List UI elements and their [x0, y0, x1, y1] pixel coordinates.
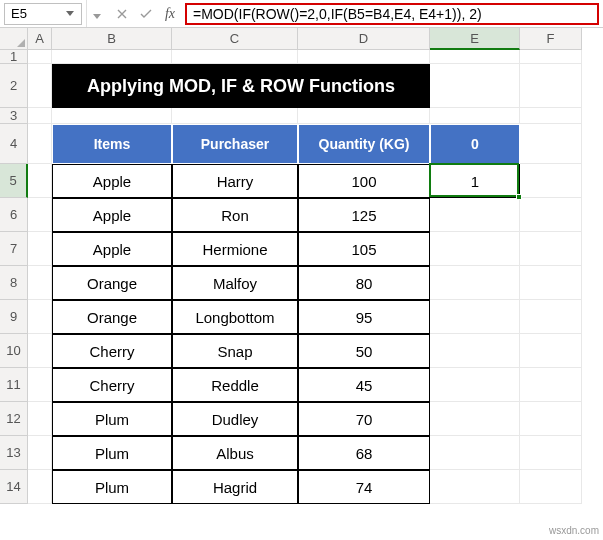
accept-formula-icon[interactable]	[137, 5, 155, 23]
cell-A2[interactable]	[28, 64, 52, 108]
cell-B1[interactable]	[52, 50, 172, 64]
row-header-7[interactable]: 7	[0, 232, 28, 266]
table-cell-D14[interactable]: 74	[298, 470, 430, 504]
column-header-F[interactable]: F	[520, 28, 582, 50]
cell-A9[interactable]	[28, 300, 52, 334]
fb-dropdown-icon[interactable]	[93, 6, 107, 22]
table-cell-C11[interactable]: Reddle	[172, 368, 298, 402]
cell-E11[interactable]	[430, 368, 520, 402]
cell-B2[interactable]	[52, 64, 172, 108]
table-cell-C5[interactable]: Harry	[172, 164, 298, 198]
table-cell-B10[interactable]: Cherry	[52, 334, 172, 368]
cell-F9[interactable]	[520, 300, 582, 334]
cell-E2[interactable]	[430, 64, 520, 108]
cell-C3[interactable]	[172, 108, 298, 124]
column-header-D[interactable]: D	[298, 28, 430, 50]
cell-F10[interactable]	[520, 334, 582, 368]
cell-A10[interactable]	[28, 334, 52, 368]
name-box-dropdown-icon[interactable]	[65, 11, 75, 16]
cell-E6[interactable]	[430, 198, 520, 232]
cell-F1[interactable]	[520, 50, 582, 64]
cell-E10[interactable]	[430, 334, 520, 368]
name-box[interactable]: E5	[4, 3, 82, 25]
table-header-E[interactable]: 0	[430, 124, 520, 164]
row-header-8[interactable]: 8	[0, 266, 28, 300]
cell-D1[interactable]	[298, 50, 430, 64]
table-cell-C12[interactable]: Dudley	[172, 402, 298, 436]
cell-E13[interactable]	[430, 436, 520, 470]
cancel-formula-icon[interactable]	[113, 5, 131, 23]
cell-F6[interactable]	[520, 198, 582, 232]
column-header-B[interactable]: B	[52, 28, 172, 50]
cell-A7[interactable]	[28, 232, 52, 266]
row-header-10[interactable]: 10	[0, 334, 28, 368]
cell-E8[interactable]	[430, 266, 520, 300]
row-header-2[interactable]: 2	[0, 64, 28, 108]
cell-A14[interactable]	[28, 470, 52, 504]
table-cell-C14[interactable]: Hagrid	[172, 470, 298, 504]
table-cell-D12[interactable]: 70	[298, 402, 430, 436]
table-cell-D5[interactable]: 100	[298, 164, 430, 198]
table-cell-C9[interactable]: Longbottom	[172, 300, 298, 334]
table-cell-C13[interactable]: Albus	[172, 436, 298, 470]
cell-F12[interactable]	[520, 402, 582, 436]
table-cell-C8[interactable]: Malfoy	[172, 266, 298, 300]
table-cell-C7[interactable]: Hermione	[172, 232, 298, 266]
table-cell-D6[interactable]: 125	[298, 198, 430, 232]
select-all-corner[interactable]	[0, 28, 28, 50]
table-cell-D13[interactable]: 68	[298, 436, 430, 470]
cell-E14[interactable]	[430, 470, 520, 504]
table-cell-D8[interactable]: 80	[298, 266, 430, 300]
row-header-12[interactable]: 12	[0, 402, 28, 436]
table-cell-B13[interactable]: Plum	[52, 436, 172, 470]
row-header-11[interactable]: 11	[0, 368, 28, 402]
table-cell-D7[interactable]: 105	[298, 232, 430, 266]
table-cell-B8[interactable]: Orange	[52, 266, 172, 300]
cell-F8[interactable]	[520, 266, 582, 300]
table-cell-B12[interactable]: Plum	[52, 402, 172, 436]
cell-A4[interactable]	[28, 124, 52, 164]
table-header-D[interactable]: Quantity (KG)	[298, 124, 430, 164]
cell-A12[interactable]	[28, 402, 52, 436]
cell-A13[interactable]	[28, 436, 52, 470]
row-header-6[interactable]: 6	[0, 198, 28, 232]
cell-A11[interactable]	[28, 368, 52, 402]
cell-A3[interactable]	[28, 108, 52, 124]
cell-F4[interactable]	[520, 124, 582, 164]
table-cell-D10[interactable]: 50	[298, 334, 430, 368]
table-header-B[interactable]: Items	[52, 124, 172, 164]
cell-F7[interactable]	[520, 232, 582, 266]
table-cell-B6[interactable]: Apple	[52, 198, 172, 232]
row-header-1[interactable]: 1	[0, 50, 28, 64]
cell-D2[interactable]	[298, 64, 430, 108]
formula-input[interactable]: =MOD(IF(ROW()=2,0,IF(B5=B4,E4, E4+1)), 2…	[185, 3, 599, 25]
cell-F3[interactable]	[520, 108, 582, 124]
table-cell-C6[interactable]: Ron	[172, 198, 298, 232]
table-cell-B7[interactable]: Apple	[52, 232, 172, 266]
column-header-A[interactable]: A	[28, 28, 52, 50]
cell-F14[interactable]	[520, 470, 582, 504]
table-cell-D11[interactable]: 45	[298, 368, 430, 402]
cell-E9[interactable]	[430, 300, 520, 334]
table-cell-E5[interactable]: 1	[430, 164, 520, 198]
column-header-C[interactable]: C	[172, 28, 298, 50]
cell-E1[interactable]	[430, 50, 520, 64]
cell-C2[interactable]	[172, 64, 298, 108]
table-cell-B5[interactable]: Apple	[52, 164, 172, 198]
cell-E3[interactable]	[430, 108, 520, 124]
cell-E12[interactable]	[430, 402, 520, 436]
cell-B3[interactable]	[52, 108, 172, 124]
cell-F2[interactable]	[520, 64, 582, 108]
cell-E7[interactable]	[430, 232, 520, 266]
fx-icon[interactable]: fx	[161, 5, 179, 23]
row-header-3[interactable]: 3	[0, 108, 28, 124]
table-cell-B14[interactable]: Plum	[52, 470, 172, 504]
cell-F5[interactable]	[520, 164, 582, 198]
fill-handle[interactable]	[516, 194, 522, 200]
cell-A5[interactable]	[28, 164, 52, 198]
cell-C1[interactable]	[172, 50, 298, 64]
cell-F13[interactable]	[520, 436, 582, 470]
table-cell-B9[interactable]: Orange	[52, 300, 172, 334]
table-cell-B11[interactable]: Cherry	[52, 368, 172, 402]
row-header-4[interactable]: 4	[0, 124, 28, 164]
